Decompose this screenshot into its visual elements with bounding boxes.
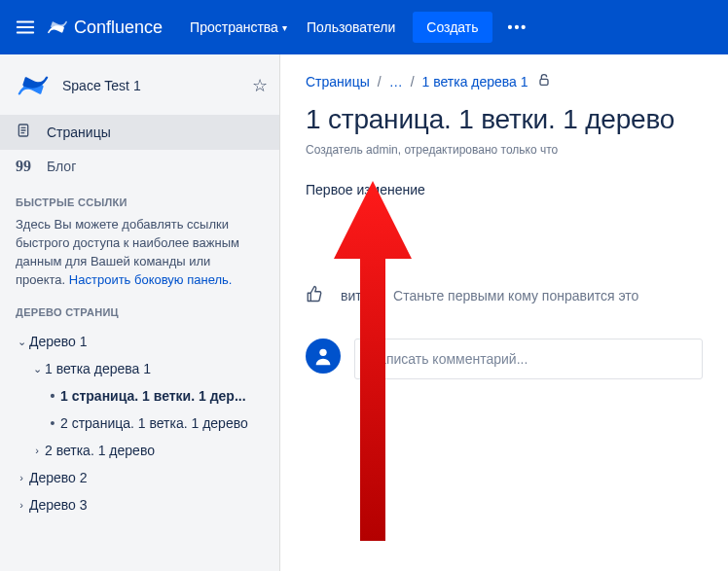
top-nav: Confluence Пространства ▾ Пользователи С…: [0, 0, 728, 54]
space-logo-icon: [16, 68, 51, 103]
breadcrumb: Страницы / … / 1 ветка дерева 1: [306, 72, 703, 90]
nav-users[interactable]: Пользователи: [297, 12, 405, 43]
comment-input[interactable]: Написать комментарий...: [354, 339, 703, 379]
svg-rect-1: [540, 79, 548, 85]
tree-node-current[interactable]: • 1 страница. 1 ветки. 1 дер...: [4, 382, 275, 410]
brand-logo[interactable]: Confluence: [47, 17, 163, 38]
quick-links-text: Здесь Вы можете добавлять ссылки быстрог…: [0, 214, 279, 293]
page-title: 1 страница. 1 ветки. 1 дерево: [306, 104, 703, 135]
chevron-right-icon[interactable]: ›: [14, 499, 29, 511]
space-header: Space Test 1 ☆: [0, 54, 279, 115]
restrictions-icon[interactable]: [536, 72, 552, 90]
tree-node[interactable]: ⌄ 1 ветка дерева 1: [4, 355, 275, 382]
chevron-down-icon: ▾: [282, 22, 287, 33]
sidebar: Space Test 1 ☆ Страницы 99 Блог БЫСТРЫЕ …: [0, 54, 280, 571]
page-tree: ⌄ Дерево 1 ⌄ 1 ветка дерева 1 • 1 страни…: [0, 324, 279, 528]
page-body: Первое изменение: [306, 182, 703, 197]
comment-row: Написать комментарий...: [306, 339, 703, 379]
like-link[interactable]: вится: [341, 288, 376, 303]
nav-spaces[interactable]: Пространства ▾: [180, 12, 297, 43]
main-content: Страницы / … / 1 ветка дерева 1 1 страни…: [280, 54, 728, 571]
quick-links-heading: БЫСТРЫЕ ССЫЛКИ: [0, 183, 279, 214]
breadcrumb-pages[interactable]: Страницы: [306, 74, 370, 89]
tree-node[interactable]: ⌄ Дерево 1: [4, 328, 275, 355]
tree-node[interactable]: › Дерево 3: [4, 491, 275, 518]
tree-node[interactable]: • 2 страница. 1 ветка. 1 дерево: [4, 410, 275, 437]
svg-point-2: [319, 349, 326, 356]
bullet-icon: •: [45, 388, 60, 404]
chevron-down-icon[interactable]: ⌄: [29, 363, 45, 375]
thumbs-up-icon[interactable]: [306, 285, 323, 305]
breadcrumb-ellipsis[interactable]: …: [389, 74, 403, 89]
avatar: [306, 339, 341, 374]
page-byline: Создатель admin, отредактировано только …: [306, 143, 703, 157]
pages-icon: [16, 123, 35, 142]
configure-sidebar-link[interactable]: Настроить боковую панель.: [69, 272, 233, 287]
brand-text: Confluence: [74, 18, 163, 38]
chevron-right-icon[interactable]: ›: [29, 445, 45, 456]
create-button[interactable]: Создать: [413, 12, 491, 43]
bullet-icon: •: [45, 415, 60, 431]
like-prompt: Станьте первыми кому понравится это: [393, 288, 638, 303]
sidebar-pages[interactable]: Страницы: [0, 115, 279, 150]
star-icon[interactable]: ☆: [252, 75, 268, 96]
page-tree-heading: ДЕРЕВО СТРАНИЦ: [0, 293, 279, 324]
space-name[interactable]: Space Test 1: [62, 78, 252, 93]
sidebar-blog[interactable]: 99 Блог: [0, 150, 279, 183]
hamburger-icon[interactable]: [14, 16, 37, 39]
more-menu-button[interactable]: •••: [498, 12, 538, 43]
blog-icon: 99: [16, 158, 35, 175]
chevron-right-icon[interactable]: ›: [14, 472, 29, 483]
breadcrumb-parent[interactable]: 1 ветка дерева 1: [422, 74, 528, 89]
tree-node[interactable]: › Дерево 2: [4, 464, 275, 491]
like-row: вится Станьте первыми кому понравится эт…: [306, 285, 703, 305]
chevron-down-icon[interactable]: ⌄: [14, 336, 29, 348]
tree-node[interactable]: › 2 ветка. 1 дерево: [4, 437, 275, 464]
